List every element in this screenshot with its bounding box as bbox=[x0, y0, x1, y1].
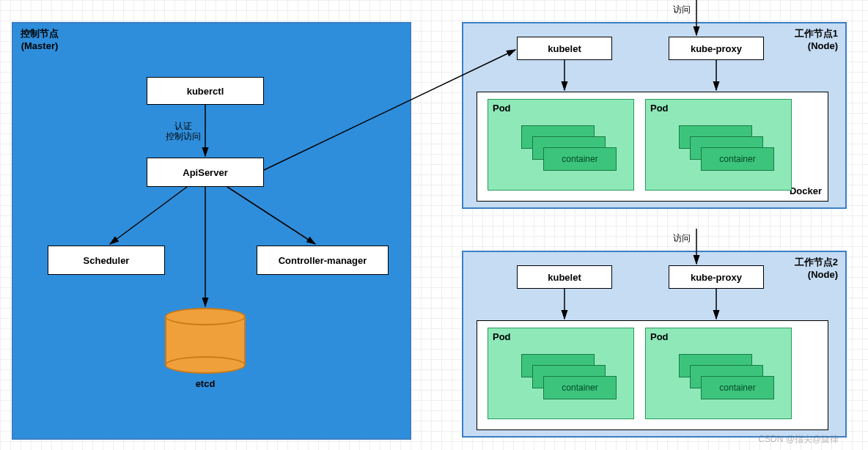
container-label: container bbox=[719, 383, 755, 393]
node2-pod2-label: Pod bbox=[650, 331, 669, 342]
controller-manager-label: Controller-manager bbox=[279, 255, 367, 266]
node1-kubelet-box: kubelet bbox=[517, 37, 612, 60]
node2-pod2: Pod container bbox=[645, 328, 792, 419]
node2-pod1-label: Pod bbox=[493, 331, 511, 342]
apiserver-label: ApiServer bbox=[183, 167, 227, 178]
container-box: container bbox=[701, 147, 774, 171]
etcd-label: etcd bbox=[165, 378, 246, 389]
auth-label: 认证 控制访问 bbox=[161, 121, 205, 142]
node1-title: 工作节点1 (Node) bbox=[795, 28, 838, 53]
node1-pod2: Pod container bbox=[645, 99, 792, 191]
scheduler-label: Scheduler bbox=[84, 255, 130, 266]
node2-title: 工作节点2 (Node) bbox=[795, 257, 838, 281]
controller-manager-box: Controller-manager bbox=[257, 246, 389, 275]
watermark: CSDN @指尖@旋律 bbox=[758, 433, 839, 446]
container-box: container bbox=[701, 376, 774, 399]
node2-access-label: 访问 bbox=[667, 233, 696, 243]
node2-kubelet-label: kubelet bbox=[548, 272, 581, 283]
container-label: container bbox=[562, 154, 597, 164]
container-label: container bbox=[562, 383, 597, 393]
container-label: container bbox=[719, 154, 755, 164]
node1-kubeproxy-label: kube-proxy bbox=[691, 43, 742, 54]
node1-pod2-label: Pod bbox=[650, 103, 669, 114]
node2-kubelet-box: kubelet bbox=[517, 265, 612, 289]
node1-kubelet-label: kubelet bbox=[548, 43, 581, 54]
node2-kubeproxy-box: kube-proxy bbox=[669, 265, 764, 289]
kuberctl-box: kuberctl bbox=[147, 77, 264, 105]
node2-pod1: Pod container bbox=[488, 328, 634, 419]
etcd-cylinder: etcd bbox=[165, 308, 246, 374]
node1-pod1: Pod container bbox=[488, 99, 634, 191]
node2-kubeproxy-label: kube-proxy bbox=[691, 272, 742, 283]
master-title: 控制节点 (Master) bbox=[21, 28, 59, 53]
node1-docker-label: Docker bbox=[790, 185, 822, 196]
kuberctl-label: kuberctl bbox=[187, 86, 224, 97]
node1-kubeproxy-box: kube-proxy bbox=[669, 37, 764, 60]
node1-pod1-label: Pod bbox=[493, 103, 511, 114]
apiserver-box: ApiServer bbox=[147, 158, 264, 187]
scheduler-box: Scheduler bbox=[48, 246, 165, 275]
node1-access-label: 访问 bbox=[667, 4, 696, 15]
container-box: container bbox=[543, 376, 617, 399]
container-box: container bbox=[543, 147, 617, 171]
